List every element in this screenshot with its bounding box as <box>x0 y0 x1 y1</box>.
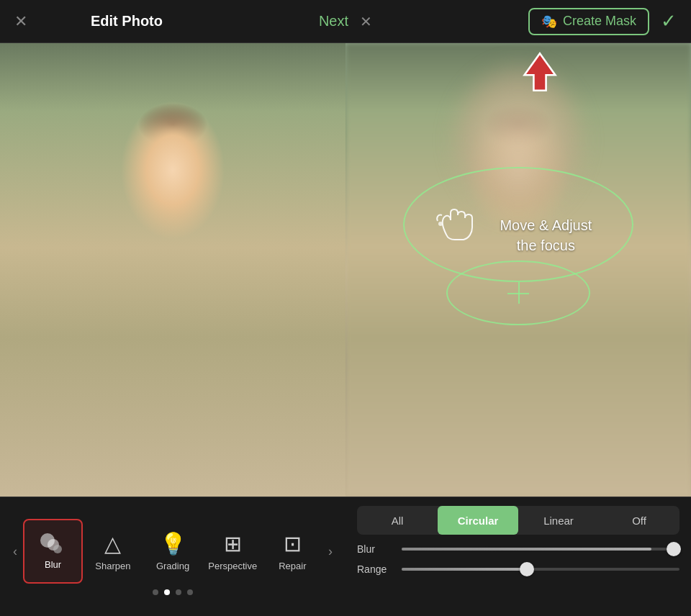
blur-slider-thumb[interactable] <box>667 542 681 556</box>
pagination-dots <box>153 589 193 595</box>
scroll-left-arrow[interactable]: ‹ <box>7 544 23 559</box>
dot-4 <box>187 589 193 595</box>
page-title: Edit Photo <box>91 13 163 30</box>
tool-sharpen[interactable]: △ Sharpen <box>83 519 143 584</box>
settings-section: All Circular Linear Off Blur Range <box>346 497 691 616</box>
blur-label: Blur <box>45 559 61 570</box>
tools-row: ‹ Blur △ Sharpen 💡 Grading <box>7 519 338 584</box>
perspective-label: Perspective <box>208 561 257 571</box>
tool-repair[interactable]: ⊡ Repair <box>263 519 322 584</box>
blur-icon <box>40 533 66 559</box>
photo-area: Move & Adjust the focus <box>0 43 691 497</box>
dot-1 <box>153 589 158 595</box>
sharpen-icon: △ <box>104 531 121 556</box>
tab-linear[interactable]: Linear <box>518 506 599 535</box>
header: ✕ Edit Photo Next ✕ 🎭 Create Mask ✓ <box>0 0 691 43</box>
tab-off[interactable]: Off <box>599 506 679 535</box>
original-photo <box>0 43 346 497</box>
next-button[interactable]: Next <box>319 13 348 30</box>
range-slider-thumb[interactable] <box>520 562 534 576</box>
range-slider-track[interactable] <box>402 568 679 571</box>
scroll-right-arrow[interactable]: › <box>322 544 338 559</box>
header-center: Next ✕ <box>319 13 372 30</box>
mask-icon: 🎭 <box>541 14 557 30</box>
tool-blur[interactable]: Blur <box>23 519 83 584</box>
confirm-button[interactable]: ✓ <box>661 10 677 32</box>
blur-slider-label: Blur <box>357 543 393 555</box>
cancel-icon[interactable]: ✕ <box>360 13 372 30</box>
range-slider-row: Range <box>357 563 679 575</box>
header-right: 🎭 Create Mask ✓ <box>528 8 677 35</box>
tool-perspective[interactable]: ⊞ Perspective <box>203 519 263 584</box>
blur-slider-track[interactable] <box>402 548 679 551</box>
blur-slider-row: Blur <box>357 543 679 555</box>
close-icon[interactable]: ✕ <box>14 12 27 31</box>
repair-icon: ⊡ <box>284 531 302 556</box>
range-slider-fill <box>402 568 527 571</box>
header-left: ✕ Edit Photo <box>14 12 163 31</box>
repair-label: Repair <box>279 561 306 571</box>
create-mask-button[interactable]: 🎭 Create Mask <box>528 8 649 35</box>
blur-tabs: All Circular Linear Off <box>357 506 679 535</box>
grading-label: Grading <box>156 561 189 571</box>
range-slider-label: Range <box>357 563 393 575</box>
edited-photo[interactable]: Move & Adjust the focus <box>346 43 691 497</box>
dot-3 <box>176 589 181 595</box>
tab-all[interactable]: All <box>357 506 438 535</box>
create-mask-label: Create Mask <box>563 14 636 29</box>
svg-marker-0 <box>525 53 556 90</box>
perspective-icon: ⊞ <box>224 531 242 556</box>
tool-section: ‹ Blur △ Sharpen 💡 Grading <box>0 497 346 616</box>
blur-slider-fill <box>402 548 651 551</box>
tool-grading[interactable]: 💡 Grading <box>143 519 202 584</box>
tab-circular[interactable]: Circular <box>438 506 518 535</box>
sharpen-label: Sharpen <box>95 561 130 571</box>
dot-2 <box>164 589 170 595</box>
bottom-toolbar: ‹ Blur △ Sharpen 💡 Grading <box>0 497 691 616</box>
grading-icon: 💡 <box>160 531 186 556</box>
